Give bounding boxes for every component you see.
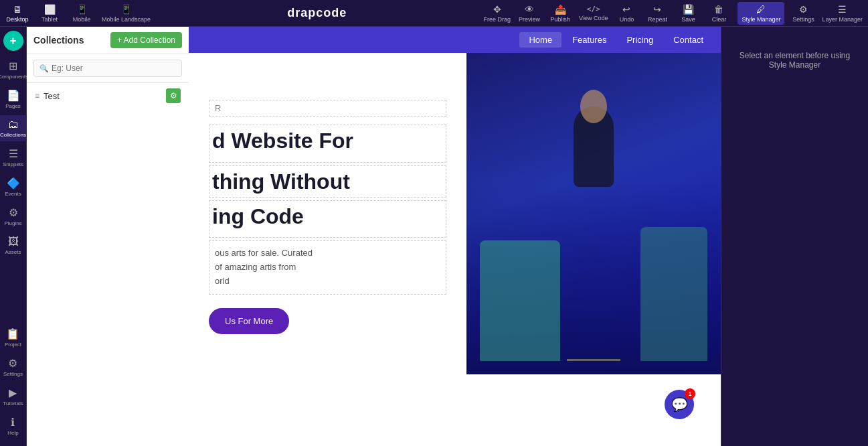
nav-item-home[interactable]: Home bbox=[519, 32, 561, 48]
toolbar-left: 🖥 Desktop ⬜ Tablet 📱 Mobile 📱 Mobile Lan… bbox=[5, 4, 151, 23]
sidebar-item-project[interactable]: 📋 Project bbox=[1, 324, 25, 351]
hero-title-line3: ing Code bbox=[209, 200, 446, 238]
hero-left: R d Website For thing Without ing Code o… bbox=[189, 53, 466, 374]
collections-icon: 🗂 bbox=[8, 119, 19, 131]
components-icon: ⊞ bbox=[9, 60, 17, 72]
sidebar-item-assets[interactable]: 🖼 Assets bbox=[1, 232, 25, 258]
toolbar-center: drapcode bbox=[161, 6, 472, 20]
collections-panel: Collections + Add Collection 🔍 ≡ Test ⚙ bbox=[27, 27, 189, 446]
right-panel: Select an element before using Style Man… bbox=[721, 27, 868, 446]
pages-icon: 📄 bbox=[7, 89, 20, 102]
toolbar-preview[interactable]: 👁 Preview bbox=[517, 4, 541, 23]
search-input[interactable] bbox=[52, 64, 176, 73]
sidebar-item-snippets[interactable]: ☰ Snippets bbox=[0, 144, 26, 171]
assets-icon: 🖼 bbox=[8, 236, 19, 248]
canvas-inner: R d Website For thing Without ing Code o… bbox=[189, 53, 721, 446]
brand-name: drapcode bbox=[287, 6, 347, 20]
toolbar-style-manager[interactable]: 🖊 Style Manager bbox=[737, 2, 784, 25]
hero-title-2-plain: thing bbox=[212, 169, 270, 194]
toolbar-desktop[interactable]: 🖥 Desktop bbox=[5, 4, 29, 23]
search-icon: 🔍 bbox=[39, 64, 49, 73]
collection-settings-button[interactable]: ⚙ bbox=[166, 88, 181, 103]
toolbar: 🖥 Desktop ⬜ Tablet 📱 Mobile 📱 Mobile Lan… bbox=[0, 0, 868, 27]
hero-cta-button[interactable]: Us For More bbox=[209, 308, 289, 334]
hero-description: ous arts for sale. Curated of amazing ar… bbox=[209, 240, 446, 294]
snippets-icon: ☰ bbox=[9, 147, 18, 160]
style-manager-icon: 🖊 bbox=[756, 4, 766, 15]
plugins-icon: ⚙ bbox=[9, 206, 18, 219]
hero-title-line1: d Website For bbox=[209, 125, 446, 162]
save-icon: 💾 bbox=[683, 4, 694, 15]
collection-item-icon: ≡ bbox=[35, 91, 39, 100]
toolbar-right: ✥ Free Drag 👁 Preview 📤 Publish </> View… bbox=[484, 2, 863, 25]
sidebar-item-plugins[interactable]: ⚙ Plugins bbox=[1, 203, 25, 230]
view-code-icon: </> bbox=[587, 5, 600, 13]
collections-title: Collections bbox=[33, 35, 84, 46]
nav-item-contact[interactable]: Contact bbox=[664, 32, 713, 48]
collection-item-test[interactable]: ≡ Test ⚙ bbox=[27, 83, 189, 108]
preview-icon: 👁 bbox=[525, 4, 534, 15]
preview-nav: Home Features Pricing Contact bbox=[189, 27, 721, 53]
main-body: + ⊞ Components 📄 Pages 🗂 Collections ☰ S… bbox=[0, 27, 868, 446]
settings2-icon: ⚙ bbox=[8, 357, 17, 370]
search-bar: 🔍 bbox=[27, 54, 189, 83]
nav-item-pricing[interactable]: Pricing bbox=[617, 32, 663, 48]
events-icon: 🔷 bbox=[7, 177, 20, 190]
toolbar-view-code[interactable]: </> View Code bbox=[579, 5, 608, 21]
toolbar-repeat[interactable]: ↪ Repeat bbox=[645, 4, 669, 23]
chat-badge: 1 bbox=[685, 388, 695, 399]
left-sidebar: + ⊞ Components 📄 Pages 🗂 Collections ☰ S… bbox=[0, 27, 27, 446]
sidebar-item-tutorials[interactable]: ▶ Tutorials bbox=[0, 383, 25, 410]
sidebar-item-collections[interactable]: 🗂 Collections bbox=[0, 115, 29, 141]
right-panel-message: Select an element before using Style Man… bbox=[729, 51, 860, 70]
sidebar-bottom: 📋 Project ⚙ Settings ▶ Tutorials ℹ Help bbox=[0, 324, 25, 442]
tutorials-icon: ▶ bbox=[9, 386, 17, 399]
add-element-button[interactable]: + bbox=[3, 31, 23, 51]
toolbar-tablet[interactable]: ⬜ Tablet bbox=[37, 4, 62, 23]
help-icon: ℹ bbox=[11, 416, 15, 429]
canvas-area: Home Features Pricing Contact R d Websit… bbox=[189, 27, 721, 446]
second-section bbox=[189, 374, 721, 446]
tablet-icon: ⬜ bbox=[44, 4, 56, 15]
clear-icon: 🗑 bbox=[714, 4, 723, 15]
collection-item-test-left: ≡ Test bbox=[35, 91, 60, 101]
free-drag-icon: ✥ bbox=[493, 4, 501, 15]
hero-title-line2: thing Without bbox=[209, 165, 446, 198]
collections-header: Collections + Add Collection bbox=[27, 27, 189, 54]
toolbar-layer-manager[interactable]: ☰ Layer Manager bbox=[822, 4, 863, 23]
toolbar-save[interactable]: 💾 Save bbox=[676, 4, 700, 23]
toolbar-clear[interactable]: 🗑 Clear bbox=[707, 4, 731, 23]
project-icon: 📋 bbox=[6, 327, 19, 340]
hero-title-2-highlight: Without bbox=[270, 169, 350, 194]
canvas-content: R d Website For thing Without ing Code o… bbox=[189, 53, 721, 446]
mobile-landscape-icon: 📱 bbox=[120, 4, 132, 15]
sidebar-item-pages[interactable]: 📄 Pages bbox=[1, 86, 25, 113]
chat-bubble-button[interactable]: 💬 1 bbox=[665, 390, 694, 419]
mobile-icon: 📱 bbox=[76, 4, 88, 15]
toolbar-undo[interactable]: ↩ Undo bbox=[614, 4, 638, 23]
hero-image bbox=[466, 53, 721, 374]
sidebar-item-settings[interactable]: ⚙ Settings bbox=[1, 354, 25, 380]
desktop-icon: 🖥 bbox=[13, 4, 22, 15]
hero-subtitle: R bbox=[209, 100, 446, 117]
hero-title-3: ing Code bbox=[212, 204, 443, 229]
hero-title-1: d Website For bbox=[212, 128, 443, 153]
sidebar-item-events[interactable]: 🔷 Events bbox=[1, 173, 25, 200]
sidebar-item-help[interactable]: ℹ Help bbox=[1, 413, 25, 439]
publish-icon: 📤 bbox=[555, 4, 566, 15]
repeat-icon: ↪ bbox=[653, 4, 661, 15]
toolbar-settings[interactable]: ⚙ Settings bbox=[791, 4, 815, 23]
toolbar-mobile[interactable]: 📱 Mobile bbox=[70, 4, 94, 23]
add-collection-button[interactable]: + Add Collection bbox=[110, 32, 182, 48]
toolbar-mobile-landscape[interactable]: 📱 Mobile Landscape bbox=[102, 4, 151, 23]
undo-icon: ↩ bbox=[622, 4, 630, 15]
settings-icon: ⚙ bbox=[799, 4, 808, 15]
toolbar-publish[interactable]: 📤 Publish bbox=[548, 4, 572, 23]
layer-manager-icon: ☰ bbox=[838, 4, 847, 15]
search-field-wrapper: 🔍 bbox=[33, 60, 182, 77]
toolbar-free-drag[interactable]: ✥ Free Drag bbox=[484, 4, 511, 23]
nav-item-features[interactable]: Features bbox=[563, 32, 616, 48]
hero-section: R d Website For thing Without ing Code o… bbox=[189, 53, 721, 374]
